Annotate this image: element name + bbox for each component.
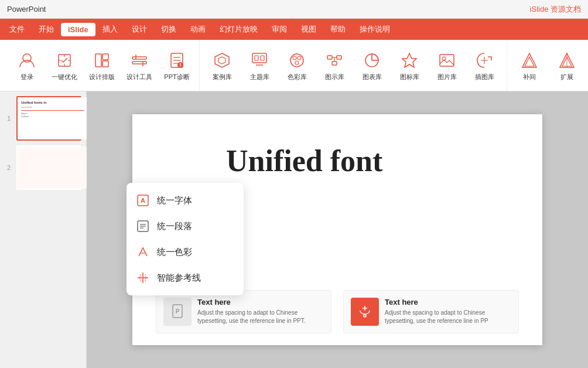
diagrams-button[interactable]: 图示库	[317, 45, 352, 87]
menu-item-开始[interactable]: 开始	[32, 22, 61, 37]
tween-label: 补间	[523, 73, 536, 81]
card-2-title: Text here	[385, 298, 511, 306]
card-1-icon-box: P	[163, 298, 192, 326]
icons-icon	[399, 50, 420, 71]
dropdown-item-paragraph[interactable]: 统一段落	[127, 213, 244, 239]
card-1-body: Adjust the spacing to adapt to Chinese t…	[197, 309, 324, 325]
slide-1-thumb[interactable]: 1 Unified fonts in more fonts Name:Unifi…	[16, 96, 81, 141]
dropdown-item-guide[interactable]: 智能参考线	[127, 265, 244, 291]
guide-icon	[136, 271, 150, 285]
menu-item-动画[interactable]: 动画	[183, 22, 213, 37]
diagrams-icon	[324, 50, 345, 71]
colors-button[interactable]: 色彩库	[279, 45, 314, 87]
svg-point-24	[298, 56, 301, 60]
dropdown-color-label: 统一色彩	[157, 247, 192, 258]
menu-item-视图[interactable]: 视图	[294, 22, 323, 37]
menu-item-插入[interactable]: 插入	[95, 22, 125, 37]
svg-rect-3	[102, 54, 108, 60]
extend-label: 扩展	[560, 73, 573, 81]
cases-button[interactable]: 案例库	[204, 45, 240, 87]
canvas-area: Unified font P Text here Adjust the spac…	[87, 91, 588, 368]
tools-label: 设计工具	[127, 73, 152, 81]
optimize-button[interactable]: 一键优化	[47, 45, 82, 87]
menu-item-审阅[interactable]: 审阅	[265, 22, 294, 37]
svg-marker-16	[215, 53, 229, 67]
cases-icon	[211, 50, 233, 71]
slide-2-thumb[interactable]: 2	[16, 145, 81, 190]
illustrations-label: 插图库	[475, 73, 494, 81]
layout-label: 设计排版	[89, 73, 115, 81]
slide-2-preview	[18, 146, 88, 189]
charts-button[interactable]: 图表库	[354, 45, 389, 87]
slide-1-title: Unified fonts in	[21, 101, 84, 104]
tools-icon	[129, 50, 150, 71]
optimize-icon	[54, 50, 75, 71]
svg-point-23	[293, 56, 296, 60]
images-icon	[436, 50, 457, 71]
svg-text:A: A	[141, 197, 145, 204]
layout-icon	[91, 50, 112, 71]
svg-rect-2	[95, 54, 101, 67]
card-1-title: Text here	[197, 298, 324, 306]
icons-button[interactable]: 图标库	[392, 45, 427, 87]
slide-panel: 1 Unified fonts in more fonts Name:Unifi…	[0, 91, 87, 368]
layout-button[interactable]: 设计排版	[84, 45, 119, 87]
slide-1-preview: Unified fonts in more fonts Name:Unified	[18, 97, 88, 139]
menu-item-设计[interactable]: 设计	[125, 22, 154, 37]
icons-label: 图标库	[400, 73, 419, 81]
main-area: 1 Unified fonts in more fonts Name:Unifi…	[0, 91, 588, 368]
card-2-icon-box	[351, 298, 379, 326]
svg-marker-37	[522, 53, 536, 67]
extend-icon	[556, 50, 577, 71]
menu-item-帮助[interactable]: 帮助	[323, 22, 353, 37]
card-2-text: Text here Adjust the spacing to adapt to…	[385, 298, 511, 325]
slide-1-num: 1	[7, 115, 11, 122]
colors-label: 色彩库	[288, 73, 307, 81]
menu-item-幻灯片放映[interactable]: 幻灯片放映	[213, 22, 265, 37]
svg-point-22	[290, 54, 303, 67]
app-name: PowerPoint	[7, 5, 46, 13]
paragraph-icon	[136, 219, 150, 233]
dropdown-item-font[interactable]: A 统一字体	[127, 188, 244, 213]
themes-label: 主题库	[250, 73, 269, 81]
tween-icon	[519, 50, 540, 71]
tools-button[interactable]: 设计工具	[122, 45, 157, 87]
diagnose-button[interactable]: PPT诊断	[159, 45, 194, 87]
title-bar: PowerPoint iSlide 资源文档	[0, 0, 588, 19]
dropdown-guide-label: 智能参考线	[157, 272, 201, 284]
images-label: 图片库	[437, 73, 457, 81]
themes-button[interactable]: 主题库	[242, 45, 277, 87]
illustrations-button[interactable]: 插图库	[467, 45, 502, 87]
svg-point-25	[295, 61, 299, 64]
menu-item-操作说明[interactable]: 操作说明	[353, 22, 397, 37]
dropdown-item-color[interactable]: 统一色彩	[127, 239, 244, 265]
svg-rect-26	[327, 56, 332, 59]
card-area: P Text here Adjust the spacing to adapt …	[156, 290, 519, 333]
colors-icon	[286, 50, 307, 71]
images-button[interactable]: 图片库	[429, 45, 464, 87]
login-label: 登录	[20, 73, 33, 81]
slide-1-line	[21, 110, 84, 111]
login-button[interactable]: 登录	[9, 45, 45, 87]
slide-1-body: Name:Unified	[21, 112, 84, 118]
diagrams-label: 图示库	[325, 73, 344, 81]
themes-icon	[249, 50, 270, 71]
svg-rect-35	[440, 54, 454, 66]
card-1: P Text here Adjust the spacing to adapt …	[156, 290, 331, 333]
dropdown-menu: A 统一字体 统一段落	[127, 183, 244, 295]
card-2: Text here Adjust the spacing to adapt to…	[343, 290, 519, 333]
slide-main-title: Unified font	[226, 144, 382, 178]
svg-point-44	[364, 315, 366, 317]
resource-title: iSlide 资源文档	[530, 4, 581, 15]
menu-item-iSlide[interactable]: iSlide	[61, 23, 95, 36]
charts-icon	[361, 50, 382, 71]
menu-bar: 文件开始iSlide插入设计切换动画幻灯片放映审阅视图帮助操作说明	[0, 19, 588, 40]
user-icon	[16, 50, 37, 71]
svg-rect-6	[132, 62, 146, 64]
optimize-label: 一键优化	[52, 73, 77, 81]
menu-item-文件[interactable]: 文件	[2, 22, 32, 37]
menu-item-切换[interactable]: 切换	[154, 22, 183, 37]
extend-button[interactable]: 扩展	[549, 45, 584, 87]
toolbar-group-main: 登录 一键优化 设计排版	[5, 40, 200, 91]
tween-button[interactable]: 补间	[512, 45, 547, 87]
